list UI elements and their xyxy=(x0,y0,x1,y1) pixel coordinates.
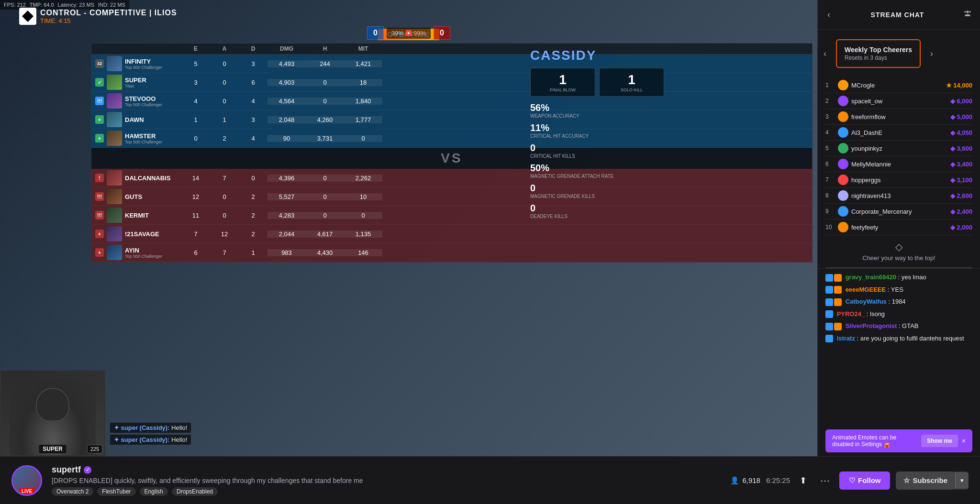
lb-score-1: ★ 14,000 xyxy=(946,82,972,89)
bottom-bar: LIVE supertf ✓ [DROPS ENABLED] quickly, … xyxy=(0,456,980,504)
weekly-cheerers-text: Weekly Top Cheerers Resets in 3 days xyxy=(845,46,912,61)
chat-title: STREAM CHAT xyxy=(832,11,963,19)
lb-rank-5: 5 xyxy=(825,145,835,152)
lb-row-7: 7 hopperggs ◆ 3,100 xyxy=(825,172,972,188)
lb-rank-3: 3 xyxy=(825,113,835,120)
lb-avatar-8 xyxy=(838,190,848,201)
lb-score-9: ◆ 2,400 xyxy=(950,208,972,215)
lb-name-6: MellyMelannie xyxy=(851,161,950,168)
svg-point-2 xyxy=(969,11,970,12)
bits-badge-3 xyxy=(834,298,842,306)
weekly-title: Weekly Top Cheerers xyxy=(845,46,912,54)
lb-name-2: spaceit_ow xyxy=(851,98,950,105)
chat-nav-left[interactable]: ‹ xyxy=(825,8,832,22)
msg-text-1: : yes lmao xyxy=(898,274,926,281)
msg-badges-6 xyxy=(825,335,833,342)
subscribe-group: ☆ Subscribe ▾ xyxy=(896,471,969,490)
lb-rank-8: 8 xyxy=(825,192,835,199)
show-me-button[interactable]: Show me xyxy=(921,435,958,447)
lb-score-6: ◆ 3,400 xyxy=(950,161,972,168)
lb-rank-7: 7 xyxy=(825,176,835,183)
chat-msg-6: lstratz : are you going to fulfil danteh… xyxy=(825,334,972,343)
star-icon: ☆ xyxy=(903,476,910,485)
tag-drops[interactable]: DropsEnabled xyxy=(172,487,218,496)
tag-game[interactable]: Overwatch 2 xyxy=(52,487,93,496)
sub-badge xyxy=(825,274,833,282)
follow-button[interactable]: ♡ Follow xyxy=(839,471,891,490)
cheer-cta: ◇ Cheer your way to the top! xyxy=(818,235,980,267)
bits-badge-5 xyxy=(834,323,842,330)
chat-header: ‹ STREAM CHAT xyxy=(818,0,980,30)
lb-avatar-3 xyxy=(838,111,848,122)
cheer-cta-text: Cheer your way to the top! xyxy=(825,254,972,262)
sub-badge-2 xyxy=(825,286,833,294)
share-button[interactable]: ⬆ xyxy=(796,471,811,490)
lb-score-3: ◆ 5,000 xyxy=(950,113,972,121)
animated-emotes-banner: Animated Emotes can be disabled in Setti… xyxy=(825,429,972,452)
lb-row-1: 1 MCrogle ★ 14,000 xyxy=(825,77,972,93)
heart-icon: ♡ xyxy=(849,476,855,485)
lb-name-7: hopperggs xyxy=(851,176,950,184)
lb-name-10: feetyfeety xyxy=(851,224,950,231)
msg-user-6: lstratz xyxy=(837,335,855,342)
lb-avatar-4 xyxy=(838,127,848,138)
chat-sidebar: ‹ STREAM CHAT ‹ Weekly Top Cheerers Rese… xyxy=(817,0,980,456)
streamer-avatar: LIVE xyxy=(11,465,42,496)
subscribe-button[interactable]: ☆ Subscribe xyxy=(896,471,955,490)
lb-avatar-2 xyxy=(838,96,848,106)
close-banner-button[interactable]: × xyxy=(962,437,966,445)
lb-row-5: 5 younpinkyz ◆ 3,600 xyxy=(825,141,972,156)
stream-time: 6:25:25 xyxy=(766,476,790,484)
lb-name-9: Corporate_Mercenary xyxy=(851,208,950,215)
lb-rank-2: 2 xyxy=(825,98,835,104)
lb-avatar-1 xyxy=(838,80,848,90)
msg-user-2: eeeeMGEEEE xyxy=(846,286,886,293)
sub-badge-3 xyxy=(825,298,833,306)
lb-avatar-9 xyxy=(838,206,848,217)
msg-text-3: : 1984 xyxy=(888,298,905,305)
msg-text-5: : GTAB xyxy=(899,322,919,329)
subscribe-dropdown-button[interactable]: ▾ xyxy=(955,472,969,489)
lb-rank-10: 10 xyxy=(825,224,835,230)
lb-score-8: ◆ 2,600 xyxy=(950,192,972,199)
lb-avatar-7 xyxy=(838,175,848,185)
tag-category[interactable]: FleshTuber xyxy=(97,487,135,496)
lb-avatar-5 xyxy=(838,143,848,153)
sub-badge-4 xyxy=(825,310,833,318)
viewer-icon: 👤 xyxy=(730,476,739,485)
lb-row-8: 8 nightraven413 ◆ 2,600 xyxy=(825,188,972,204)
leaderboard: 1 MCrogle ★ 14,000 2 spaceit_ow ◆ 6,000 … xyxy=(818,77,980,235)
weekly-nav-right[interactable]: › xyxy=(928,47,935,61)
lb-row-3: 3 freeformflow ◆ 5,000 xyxy=(825,109,972,125)
chat-msg-2: eeeeMGEEEE : YES xyxy=(825,285,972,295)
manage-chat-icon[interactable] xyxy=(963,9,972,21)
viewer-count: 👤 6,918 xyxy=(730,476,760,485)
lb-name-4: Ai3_DashE xyxy=(851,129,950,136)
msg-text-2: : YES xyxy=(888,286,903,293)
video-background xyxy=(0,0,817,456)
lb-name-1: MCrogle xyxy=(851,82,946,89)
msg-badges-1 xyxy=(825,274,842,282)
msg-user-1: gravy_train69420 xyxy=(846,274,896,281)
stream-tags: Overwatch 2 FleshTuber English DropsEnab… xyxy=(52,487,721,496)
msg-badges-4 xyxy=(825,310,833,318)
sub-badge-6 xyxy=(825,335,833,342)
chat-msg-3: CatboyWaifus : 1984 xyxy=(825,297,972,307)
lb-name-5: younpinkyz xyxy=(851,145,950,152)
lb-rank-1: 1 xyxy=(825,82,835,88)
weekly-cheerers-container: ‹ Weekly Top Cheerers Resets in 3 days › xyxy=(818,30,980,77)
chat-msg-5: SilverProtagonist : GTAB xyxy=(825,321,972,331)
lb-score-5: ◆ 3,600 xyxy=(950,145,972,152)
msg-user-3: CatboyWaifus xyxy=(846,298,887,305)
verified-badge: ✓ xyxy=(84,466,91,474)
more-options-button[interactable]: ⋯ xyxy=(816,471,834,490)
viewer-number: 6,918 xyxy=(742,476,760,484)
diamond-icon: ◇ xyxy=(825,241,972,252)
weekly-cheerers-box: Weekly Top Cheerers Resets in 3 days xyxy=(836,39,921,68)
weekly-nav-left[interactable]: ‹ xyxy=(822,47,828,61)
lb-score-2: ◆ 6,000 xyxy=(950,98,972,105)
tag-language[interactable]: English xyxy=(140,487,168,496)
streamer-name: supertf ✓ xyxy=(52,465,721,475)
lb-score-4: ◆ 4,050 xyxy=(950,129,972,136)
lb-name-8: nightraven413 xyxy=(851,192,950,199)
